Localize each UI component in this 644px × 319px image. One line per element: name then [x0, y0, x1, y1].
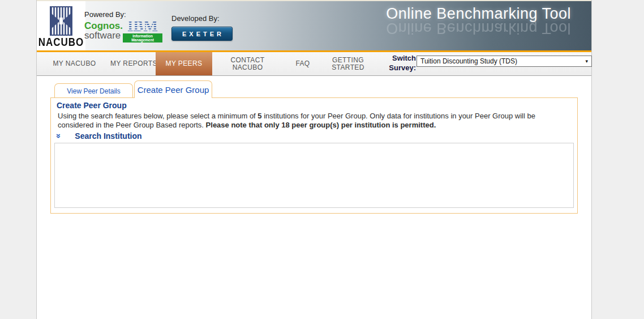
- search-institution-section: » Search Institution: [57, 131, 142, 141]
- collapse-double-chevron-icon[interactable]: »: [55, 134, 62, 138]
- tab-create-peer-group[interactable]: Create Peer Group: [134, 80, 212, 98]
- panel-description: Using the search features below, please …: [58, 112, 563, 130]
- nav-item-contact-nacubo[interactable]: CONTACT NACUBO: [215, 52, 280, 75]
- ibm-logo-text: IBM: [123, 19, 162, 33]
- nav-item-getting-started[interactable]: GETTING STARTED: [317, 52, 379, 75]
- exeter-logo: EXETER: [171, 27, 233, 41]
- main-navbar: MY NACUBO MY REPORTS MY PEERS CONTACT NA…: [37, 52, 591, 76]
- search-form-box: [54, 143, 574, 208]
- nav-item-my-reports[interactable]: MY REPORTS: [104, 52, 164, 75]
- nav-item-my-peers[interactable]: MY PEERS: [156, 52, 212, 75]
- search-institution-title: Search Institution: [75, 131, 141, 141]
- cognos-logo: Cognos.: [84, 21, 126, 31]
- app-title-block: Online Benchmarking Tool Online Benchmar…: [386, 5, 571, 37]
- cognos-software-text: software: [84, 31, 126, 40]
- header-banner: NACUBO Powered By: Cognos. software IBM …: [37, 0, 591, 52]
- app-title-reflection: Online Benchmarking Tool: [386, 19, 571, 37]
- description-bold-note: Please note that only 18 peer group(s) p…: [206, 121, 436, 129]
- description-text: Using the search features below, please …: [58, 112, 257, 120]
- caret-down-icon: ▾: [585, 58, 588, 64]
- ibm-logo: IBM Information Management: [123, 19, 162, 42]
- description-bold-min: 5: [257, 112, 261, 120]
- nacubo-logo-text: NACUBO: [37, 36, 85, 49]
- survey-select-value: Tuition Discounting Study (TDS): [420, 57, 517, 65]
- powered-by-block: Powered By: Cognos. software: [84, 10, 126, 40]
- powered-by-label: Powered By:: [84, 10, 126, 19]
- page: NACUBO Powered By: Cognos. software IBM …: [0, 0, 644, 319]
- developed-by-block: Developed By: EXETER: [171, 14, 233, 41]
- switch-survey-label: Switch Survey:: [375, 53, 416, 73]
- nacubo-logo: NACUBO: [37, 1, 85, 50]
- nav-item-my-nacubo[interactable]: MY NACUBO: [45, 52, 104, 75]
- panel-heading: Create Peer Group: [57, 101, 127, 110]
- content-area: NACUBO Powered By: Cognos. software IBM …: [36, 0, 592, 319]
- nacubo-logo-icon: [50, 6, 72, 36]
- survey-select[interactable]: Tuition Discounting Study (TDS) ▾: [417, 56, 592, 67]
- tab-view-peer-details[interactable]: View Peer Details: [54, 83, 133, 98]
- ibm-information-management-label: Information Management: [123, 33, 162, 42]
- developed-by-label: Developed By:: [171, 14, 233, 23]
